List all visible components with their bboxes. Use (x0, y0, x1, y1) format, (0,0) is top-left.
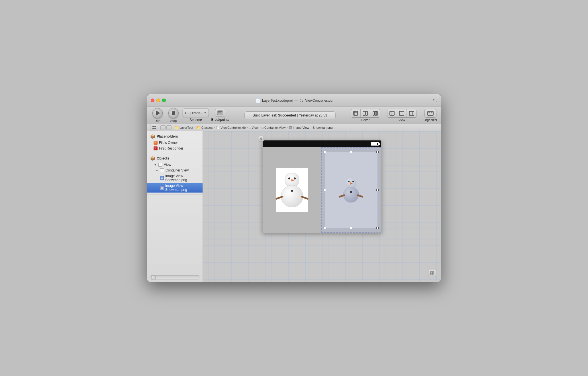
tree-item-container[interactable]: ▼ Container View (147, 167, 203, 173)
objects-section: 📦 Objects ▼ View ▼ Container View ▦ (147, 153, 203, 195)
sidebar: 📦 Placeholders F File's Owner R First Re… (147, 131, 203, 282)
interface-builder-canvas[interactable]: ✕ (262, 140, 382, 233)
build-status-pill: Build LayerTest: Succeeded | Yesterday a… (244, 111, 336, 119)
xcode-window: 📄 LayerTest.xcodeproj — 🗂 ViewController… (147, 94, 441, 282)
titlebar: 📄 LayerTest.xcodeproj — 🗂 ViewController… (147, 94, 441, 107)
editor-buttons (351, 109, 380, 118)
snowman-nose-left (291, 179, 294, 181)
organizer-button-group (424, 109, 436, 118)
build-status-area: Build LayerTest: Succeeded | Yesterday a… (232, 111, 348, 119)
status-prefix: Build LayerTest: Succeeded | Yesterday a… (253, 113, 327, 117)
breadcrumb-forward[interactable]: › (166, 125, 172, 130)
canvas-close-button[interactable]: ✕ (258, 136, 264, 142)
sidebar-footer (147, 273, 203, 282)
svg-rect-22 (430, 271, 432, 273)
scheme-selector[interactable]: L... | iPhon... ▼ Scheme (183, 109, 209, 122)
editor-version-button[interactable] (370, 109, 380, 117)
handle-ml[interactable] (324, 189, 326, 191)
organizer-button[interactable] (425, 109, 436, 117)
svg-rect-25 (432, 273, 434, 275)
view-utilities-button[interactable] (407, 109, 416, 117)
phone-wrapper (262, 140, 382, 233)
maximize-button[interactable] (162, 99, 166, 102)
svg-rect-1 (354, 111, 358, 115)
toolbar: Run Stop L... | iPhon... ▼ Scheme (147, 107, 441, 124)
grid-icon-button[interactable] (150, 124, 158, 132)
view-buttons (387, 109, 417, 118)
breadcrumb-item-project[interactable]: 📁 LayerTest (174, 126, 193, 130)
tree-item-image1[interactable]: ▦ Image View – Snowman.png (147, 173, 203, 183)
breadcrumb-item-classes[interactable]: 📂 Classes (196, 126, 213, 130)
view-navigator-button[interactable] (387, 109, 397, 117)
breadcrumb-item-container[interactable]: □ Container View (262, 126, 285, 129)
stop-button[interactable]: Stop (167, 108, 180, 122)
view-debug-button[interactable] (397, 109, 407, 117)
breadcrumb-navigation: ‹ › (160, 125, 172, 130)
first-responder-item[interactable]: R First Responder (147, 146, 203, 151)
handle-br[interactable] (376, 227, 379, 229)
svg-rect-23 (432, 271, 434, 273)
svg-rect-17 (431, 112, 432, 113)
svg-rect-21 (154, 128, 156, 129)
snowman-eye-left (288, 177, 290, 179)
snowman-arm-right (300, 195, 308, 200)
snowman-right (343, 177, 359, 203)
zoom-slider[interactable] (150, 275, 200, 279)
breadcrumb-item-imageview[interactable]: 🖼 Image View – Snowman.png (289, 126, 333, 129)
canvas-area: ✕ (203, 131, 441, 282)
handle-bl[interactable] (324, 227, 326, 229)
svg-rect-4 (363, 111, 365, 115)
editor-section: Editor (351, 109, 380, 122)
snowman-eye-left-r (348, 181, 350, 182)
snowman-nose-right (350, 182, 353, 185)
placeholders-header: 📦 Placeholders (147, 133, 203, 140)
handle-bm[interactable] (350, 227, 352, 229)
phone-statusbar (263, 140, 381, 147)
main-area: 📦 Placeholders F File's Owner R First Re… (147, 131, 441, 282)
organizer-section: Organizer (424, 109, 437, 122)
svg-rect-18 (152, 126, 154, 127)
handle-tm[interactable] (350, 151, 352, 153)
snowman-body-right (343, 186, 359, 203)
breakpoints-button[interactable]: Breakpoints (211, 109, 229, 122)
snowman-bg-left (276, 168, 308, 212)
selected-image-view[interactable] (325, 152, 377, 228)
editor-standard-button[interactable] (351, 109, 361, 117)
svg-rect-11 (399, 111, 404, 115)
snowman-body-left (281, 185, 303, 207)
breadcrumb-back[interactable]: ‹ (160, 125, 166, 130)
left-column (263, 147, 321, 233)
handle-tr[interactable] (376, 151, 379, 153)
svg-rect-16 (428, 112, 430, 113)
svg-rect-19 (154, 126, 156, 127)
svg-rect-9 (390, 111, 394, 115)
handle-tl[interactable] (324, 151, 326, 153)
svg-rect-15 (428, 111, 433, 115)
breadcrumb-item-xib[interactable]: 📋 ViewController.xib (216, 126, 246, 129)
objects-header: 📦 Objects (147, 155, 203, 162)
snowman-arm-right-r (357, 194, 364, 198)
tree-item-view[interactable]: ▼ View (147, 162, 203, 167)
svg-rect-7 (375, 111, 376, 115)
view-section: View (387, 109, 417, 122)
files-owner-item[interactable]: F File's Owner (147, 140, 203, 146)
svg-rect-24 (430, 273, 432, 275)
breadcrumb-item-view[interactable]: □ View (249, 126, 258, 129)
placeholders-section: 📦 Placeholders F File's Owner R First Re… (147, 131, 203, 153)
view-columns (263, 147, 381, 233)
handle-mr[interactable] (376, 189, 379, 191)
snowman-arm-left (275, 195, 283, 200)
right-column (321, 147, 381, 233)
tree-item-image2[interactable]: ▦ Image View – Snowman.png (147, 183, 203, 193)
editor-assistant-button[interactable] (361, 109, 370, 117)
phone-content (263, 147, 381, 233)
expand-button[interactable] (432, 98, 437, 103)
svg-rect-8 (376, 111, 377, 115)
window-title: 📄 LayerTest.xcodeproj — 🗂 ViewController… (256, 98, 332, 103)
snowman-left (281, 173, 303, 207)
minimize-button[interactable] (156, 99, 160, 102)
canvas-handle-button[interactable] (428, 269, 436, 277)
close-button[interactable] (151, 99, 154, 102)
traffic-lights (151, 99, 166, 102)
run-button[interactable]: Run (151, 108, 164, 122)
